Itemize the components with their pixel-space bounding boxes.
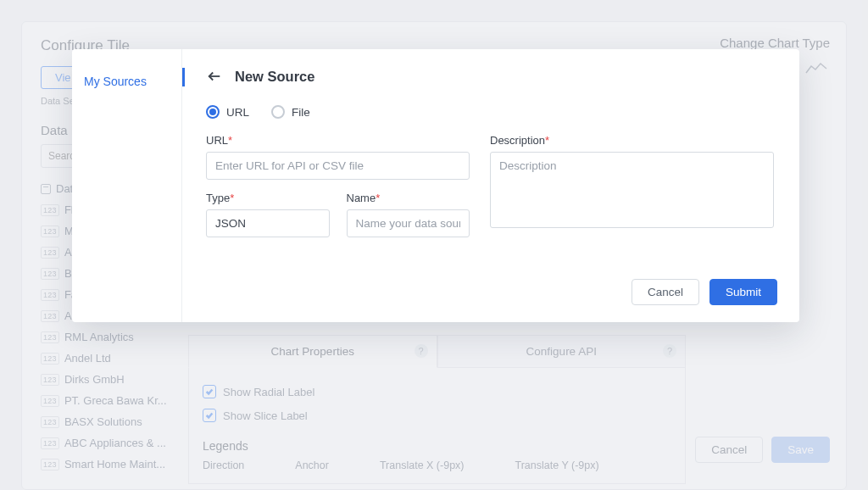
radio-icon [271, 105, 285, 119]
modal-cancel-button[interactable]: Cancel [632, 279, 699, 305]
type-label: Type* [206, 192, 330, 204]
modal-sidebar: My Sources [72, 49, 182, 322]
new-source-modal: My Sources New Source URL File [72, 49, 799, 322]
accent-bar [182, 68, 185, 86]
radio-icon [206, 105, 220, 119]
description-input[interactable] [490, 152, 774, 228]
modal-title: New Source [235, 69, 314, 85]
modal-submit-button[interactable]: Submit [709, 279, 777, 305]
sidebar-item-my-sources[interactable]: My Sources [84, 71, 170, 92]
back-arrow-icon[interactable] [206, 68, 223, 85]
url-input[interactable] [206, 152, 470, 180]
description-label: Description* [490, 134, 774, 147]
name-label: Name* [347, 192, 470, 204]
name-input[interactable] [347, 209, 470, 237]
radio-url[interactable]: URL [206, 105, 249, 119]
radio-file[interactable]: File [271, 105, 310, 119]
url-label: URL* [206, 134, 470, 147]
type-input[interactable] [206, 209, 330, 237]
